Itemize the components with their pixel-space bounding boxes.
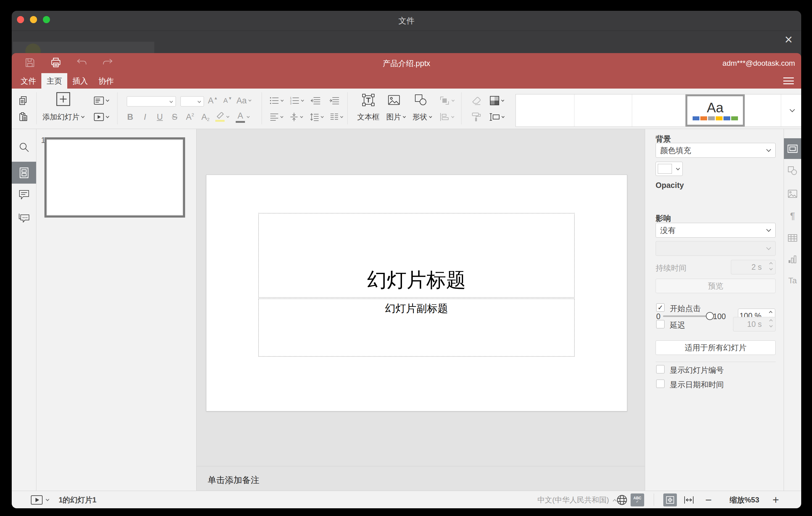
document-title: 产品介绍.pptx xyxy=(12,58,801,68)
slide-thumbnail[interactable] xyxy=(45,137,185,218)
paragraph-settings-icon[interactable]: ¶ xyxy=(784,210,801,221)
opacity-slider-track[interactable] xyxy=(663,315,710,317)
zoom-out-button[interactable]: − xyxy=(705,491,712,508)
toolbar: 添加幻灯片 A▲ A▼ Aa B I U S A2 A2 xyxy=(12,89,801,129)
delay-input[interactable]: 10 s xyxy=(733,317,776,332)
tab-collaboration[interactable]: 协作 xyxy=(93,73,119,89)
arrange-shape-button[interactable] xyxy=(439,96,454,106)
opacity-max-label: 100 xyxy=(713,312,726,321)
fit-to-slide-button[interactable] xyxy=(663,491,677,508)
align-shape-button[interactable] xyxy=(440,113,454,121)
color-swatch xyxy=(658,164,672,174)
numbered-list-button[interactable]: 123 xyxy=(290,96,303,105)
theme-option[interactable] xyxy=(516,94,575,126)
paste-icon[interactable] xyxy=(19,112,28,122)
menu-icon[interactable] xyxy=(783,78,794,84)
show-slide-number-checkbox[interactable] xyxy=(656,365,665,373)
font-size-select[interactable] xyxy=(180,96,204,107)
slideshow-options-icon[interactable] xyxy=(46,491,49,508)
theme-swatch xyxy=(731,116,738,120)
font-name-select[interactable] xyxy=(127,96,176,107)
highlight-color-button[interactable] xyxy=(215,112,229,122)
start-slideshow-status-button[interactable] xyxy=(31,491,42,508)
effect-select[interactable]: 没有 xyxy=(656,223,776,238)
close-icon[interactable]: × xyxy=(782,32,795,47)
increase-font-size-button[interactable]: A▲ xyxy=(208,96,218,106)
strikethrough-button[interactable]: S xyxy=(172,112,177,122)
spell-check-button[interactable]: ABC✓ xyxy=(631,491,644,508)
copy-style-icon[interactable] xyxy=(471,112,481,122)
italic-button[interactable]: I xyxy=(144,112,146,122)
font-color-button[interactable]: A xyxy=(236,111,249,123)
chart-settings-icon[interactable] xyxy=(784,255,801,263)
zoom-in-button[interactable]: + xyxy=(773,491,779,508)
notes-area[interactable]: 单击添加备注 xyxy=(197,466,645,491)
chat-icon[interactable] xyxy=(12,213,36,224)
horizontal-align-button[interactable] xyxy=(270,113,283,121)
shape-button[interactable]: 形状 xyxy=(412,112,432,122)
shape-icon[interactable] xyxy=(415,94,427,106)
slide-size-button[interactable] xyxy=(489,113,504,121)
clear-style-icon[interactable] xyxy=(471,96,482,105)
theme-gallery: Aa xyxy=(516,94,801,127)
theme-swatch xyxy=(693,116,699,120)
line-spacing-button[interactable] xyxy=(310,113,323,121)
copy-icon[interactable] xyxy=(19,96,28,106)
comments-icon[interactable] xyxy=(12,190,36,200)
search-icon[interactable] xyxy=(12,142,36,152)
superscript-button[interactable]: A2 xyxy=(186,112,194,122)
subscript-button[interactable]: A2 xyxy=(201,112,209,122)
slide-title-placeholder[interactable]: 幻灯片标题 xyxy=(258,213,575,298)
spinner-arrows-icon[interactable] xyxy=(770,320,772,327)
tab-home[interactable]: 主页 xyxy=(41,73,67,89)
tab-insert[interactable]: 插入 xyxy=(67,73,93,89)
start-slideshow-icon[interactable] xyxy=(94,113,109,121)
underline-button[interactable]: U xyxy=(157,112,163,122)
theme-option[interactable] xyxy=(632,94,686,126)
theme-option-selected[interactable]: Aa xyxy=(686,94,745,126)
slide-subtitle-placeholder[interactable]: 幻灯片副标题 xyxy=(258,298,575,357)
fit-to-width-button[interactable] xyxy=(684,491,694,508)
text-box-button[interactable]: 文本框 xyxy=(357,112,379,122)
slide-layout-icon[interactable] xyxy=(94,96,109,105)
delay-checkbox[interactable] xyxy=(656,320,665,328)
notes-placeholder: 单击添加备注 xyxy=(208,474,259,486)
theme-preview-text: Aa xyxy=(707,101,723,114)
background-fill-select[interactable]: 颜色填充 xyxy=(656,143,776,158)
theme-option[interactable] xyxy=(745,94,781,126)
background-color-picker[interactable] xyxy=(656,162,683,176)
image-icon[interactable] xyxy=(388,95,400,105)
change-case-button[interactable]: Aa xyxy=(236,96,251,106)
text-art-settings-icon[interactable]: Ta xyxy=(784,276,801,285)
slide-settings-icon[interactable] xyxy=(784,138,801,159)
decrease-font-size-button[interactable]: A▼ xyxy=(223,96,232,105)
start-on-click-checkbox[interactable]: ✓ xyxy=(656,304,665,312)
add-slide-icon[interactable] xyxy=(56,92,70,106)
decrease-indent-icon[interactable] xyxy=(311,96,321,105)
bold-button[interactable]: B xyxy=(127,112,133,122)
theme-option[interactable] xyxy=(575,94,632,126)
duration-input[interactable]: 2 s xyxy=(731,260,776,274)
vertical-align-button[interactable] xyxy=(290,113,303,121)
image-button[interactable]: 图片 xyxy=(386,112,405,122)
set-language-icon[interactable] xyxy=(616,491,628,508)
add-slide-button[interactable]: 添加幻灯片 xyxy=(42,112,84,122)
fill-color-button[interactable] xyxy=(490,96,504,106)
effect-type-select[interactable] xyxy=(656,241,776,256)
apply-to-all-slides-button[interactable]: 适用于所有幻灯片 xyxy=(656,340,776,355)
preview-button[interactable]: 预览 xyxy=(656,279,776,293)
slide-canvas[interactable]: 幻灯片标题 幻灯片副标题 xyxy=(206,175,627,411)
show-date-time-checkbox[interactable] xyxy=(656,380,665,388)
tab-file[interactable]: 文件 xyxy=(16,73,41,89)
theme-gallery-expand-icon[interactable] xyxy=(781,94,801,126)
language-selector[interactable]: 中文(中华人民共和国) xyxy=(538,491,616,508)
text-box-icon[interactable] xyxy=(362,93,375,107)
shape-settings-icon[interactable] xyxy=(784,166,801,175)
slides-panel-icon[interactable] xyxy=(12,162,36,183)
bullet-list-button[interactable] xyxy=(270,96,283,105)
increase-indent-icon[interactable] xyxy=(329,96,339,105)
image-settings-icon[interactable] xyxy=(784,190,801,198)
columns-button[interactable] xyxy=(330,113,343,121)
spinner-arrows-icon[interactable] xyxy=(770,263,772,270)
table-settings-icon[interactable] xyxy=(784,234,801,242)
